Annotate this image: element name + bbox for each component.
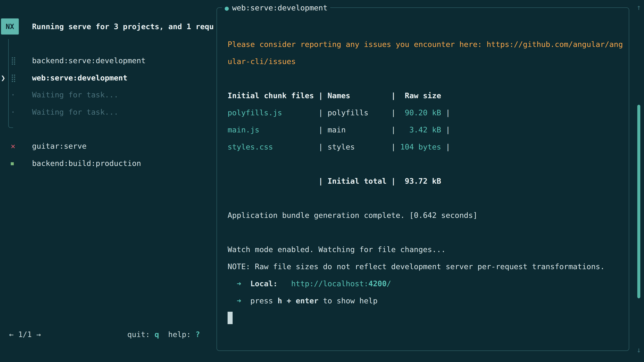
total-label: Initial total <box>323 173 391 190</box>
blank-line <box>228 190 626 207</box>
chunk-name: styles <box>323 138 391 156</box>
total-size: 93.72 kB <box>396 173 441 190</box>
chunk-size: 90.20 kB <box>396 104 441 121</box>
pipe-separator: | <box>391 138 396 156</box>
task-label: web:serve:development <box>32 69 128 86</box>
task-item-backend-serve[interactable]: ⣿ backend:serve:development <box>0 52 216 69</box>
url-host: http://localhost: <box>291 279 368 288</box>
help-suffix: to show help <box>318 296 378 305</box>
spinner-icon: ⣿ <box>11 52 16 69</box>
quit-hint-label: quit: <box>127 330 155 339</box>
bundle-complete-message: Application bundle generation complete. … <box>228 207 626 224</box>
pipe-separator: | <box>318 87 323 104</box>
task-item-backend-build[interactable]: ■ backend:build:production <box>0 155 216 172</box>
pipe-separator: | <box>318 173 323 190</box>
issue-notice-line-2: ular-cli/issues <box>228 53 626 70</box>
nx-logo-badge: NX <box>1 18 19 34</box>
chunk-file-name: main.js <box>228 121 318 138</box>
pipe-separator: | <box>441 104 450 121</box>
output-scrollbar[interactable]: ↑ ↓ <box>635 0 643 362</box>
task-label: Waiting for task... <box>32 86 118 103</box>
blank-line <box>228 156 626 173</box>
chunk-file-name: styles.css <box>228 138 318 156</box>
table-tail <box>441 87 450 104</box>
chunk-table-row: main.js | main | 3.42 kB | <box>228 121 626 138</box>
panel-title: ●web:serve:development <box>222 0 330 16</box>
quit-key: q <box>155 330 159 339</box>
blank-line <box>228 70 626 87</box>
chunk-name: main <box>323 121 391 138</box>
watch-mode-message: Watch mode enabled. Watching for file ch… <box>228 241 626 258</box>
local-url-link[interactable]: http://localhost:4200/ <box>291 279 391 288</box>
chunk-table-row: styles.css | styles | 104 bytes | <box>228 138 626 156</box>
col-header-files: Initial chunk files <box>228 87 318 104</box>
failed-x-icon: ✕ <box>11 138 15 155</box>
task-item-guitar-serve[interactable]: ✕ guitar:serve <box>0 138 216 155</box>
url-slash: / <box>386 279 391 288</box>
pipe-separator: | <box>318 121 323 138</box>
blank-line <box>228 224 626 241</box>
terminal-cursor <box>228 312 232 324</box>
task-label: backend:build:production <box>32 155 141 172</box>
chunk-table-header: Initial chunk files | Names | Raw size <box>228 87 626 104</box>
chunk-table-row: polyfills.js | polyfills | 90.20 kB | <box>228 104 626 121</box>
task-item-waiting-2[interactable]: · Waiting for task... <box>0 104 216 121</box>
task-label: Waiting for task... <box>32 104 118 121</box>
pipe-separator: | <box>318 138 323 156</box>
issue-notice-line-1: Please consider reporting any issues you… <box>228 36 626 53</box>
task-item-web-serve-selected[interactable]: ❯ ⣿ web:serve:development <box>0 69 216 86</box>
sidebar-title: Running serve for 3 projects, and 1 requ <box>32 18 214 35</box>
arrow-right-icon: ➜ <box>237 279 241 288</box>
chunk-table-total-row: | Initial total | 93.72 kB <box>228 173 626 190</box>
help-key: ? <box>196 330 200 339</box>
help-keys: h + enter <box>278 296 318 305</box>
page-indicator[interactable]: ← 1/1 → <box>9 326 41 343</box>
scroll-up-icon[interactable]: ↑ <box>635 2 643 12</box>
panel-title-text: web:serve:development <box>232 3 328 12</box>
press-text: press <box>250 296 278 305</box>
pipe-separator: | <box>391 104 396 121</box>
cursor-line <box>228 312 626 329</box>
task-label: guitar:serve <box>32 138 86 155</box>
local-server-line: ➜Local: http://localhost:4200/ <box>228 275 626 292</box>
chunk-name: polyfills <box>323 104 391 121</box>
scroll-down-icon[interactable]: ↓ <box>635 345 643 355</box>
pipe-separator: | <box>391 173 396 190</box>
running-dot-icon: ● <box>225 4 229 12</box>
col-header-names: Names <box>323 87 391 104</box>
keyboard-hints: quit: q help: ? <box>127 326 200 343</box>
col-header-size: Raw size <box>396 87 441 104</box>
spacer <box>278 279 291 288</box>
chunk-file-name: polyfills.js <box>228 104 318 121</box>
task-sidebar: NX Running serve for 3 projects, and 1 r… <box>0 0 216 362</box>
table-tail <box>441 173 450 190</box>
terminal-output: Please consider reporting any issues you… <box>228 36 626 329</box>
hint-gap <box>159 330 168 339</box>
task-output-panel: ●web:serve:development Please consider r… <box>216 7 629 351</box>
scrollbar-thumb[interactable] <box>637 105 640 298</box>
url-port: 4200 <box>368 279 386 288</box>
chunk-size: 3.42 kB <box>396 121 441 138</box>
pipe-separator: | <box>441 138 450 156</box>
chunk-size: 104 bytes <box>396 138 441 156</box>
success-square-icon: ■ <box>11 155 14 172</box>
waiting-dot-icon: · <box>11 104 15 121</box>
help-hint-line: ➜press h + enter to show help <box>228 292 626 309</box>
local-label: Local: <box>250 279 278 288</box>
waiting-dot-icon: · <box>11 86 15 103</box>
raw-size-note: NOTE: Raw file sizes do not reflect deve… <box>228 258 626 275</box>
spinner-icon: ⣿ <box>11 69 16 86</box>
empty-cell <box>228 173 318 190</box>
arrow-right-icon: ➜ <box>237 296 241 305</box>
pipe-separator: | <box>441 121 450 138</box>
pipe-separator: | <box>318 104 323 121</box>
help-hint-label: help: <box>168 330 196 339</box>
task-label: backend:serve:development <box>32 52 146 69</box>
task-item-waiting-1[interactable]: · Waiting for task... <box>0 86 216 103</box>
selection-caret-icon: ❯ <box>1 69 5 86</box>
pipe-separator: | <box>391 87 396 104</box>
pipe-separator: | <box>391 121 396 138</box>
